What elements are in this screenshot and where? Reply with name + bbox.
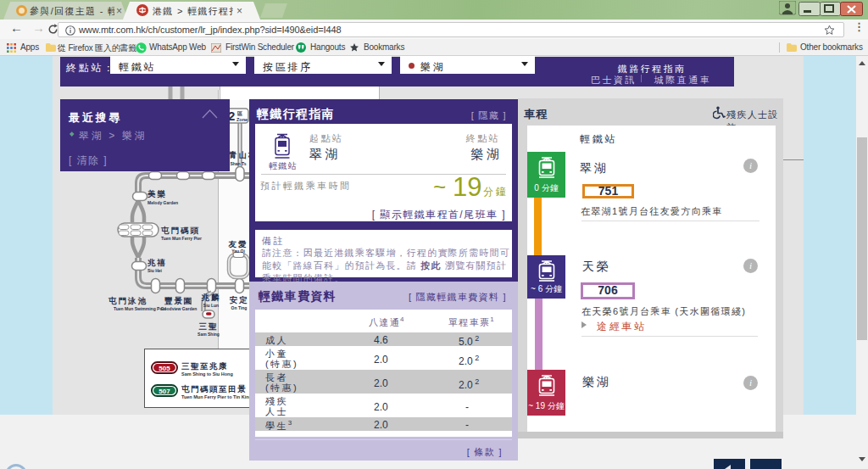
svg-text:屯門碼頭: 屯門碼頭 <box>160 226 200 235</box>
svg-text:Sam Shing: Sam Shing <box>198 332 220 337</box>
svg-text:Melody Garden: Melody Garden <box>147 200 178 205</box>
svg-text:Siu Hei: Siu Hei <box>147 268 163 273</box>
svg-text:Sam Shing to Siu Hong: Sam Shing to Siu Hong <box>181 371 233 377</box>
svg-text:Tuen Mun Swimming Pool: Tuen Mun Swimming Pool <box>114 306 166 311</box>
svg-text:Yau Oi: Yau Oi <box>231 248 245 254</box>
svg-text:On Ting: On Ting <box>231 305 248 310</box>
svg-text:美樂: 美樂 <box>147 189 167 198</box>
svg-text:Tuen Mun Ferry Pier: Tuen Mun Ferry Pier <box>161 236 202 241</box>
svg-text:三聖至兆康: 三聖至兆康 <box>181 361 228 371</box>
svg-text:Zone: Zone <box>236 117 248 122</box>
svg-text:屯門碼頭至田景: 屯門碼頭至田景 <box>181 384 247 394</box>
svg-text:兆麟: 兆麟 <box>201 293 221 302</box>
svg-text:友愛: 友愛 <box>228 239 248 248</box>
svg-text:505: 505 <box>159 365 170 372</box>
svg-text:三聖: 三聖 <box>199 321 219 331</box>
svg-text:507: 507 <box>159 388 170 395</box>
svg-text:豐景園: 豐景園 <box>164 296 194 305</box>
svg-text:Goodview Garden: Goodview Garden <box>161 306 198 311</box>
svg-text:屯門泳池: 屯門泳池 <box>108 296 147 305</box>
svg-text:區: 區 <box>237 110 243 116</box>
svg-text:Tuen Mun Ferry Pier to Tin Kin: Tuen Mun Ferry Pier to Tin King <box>181 394 252 399</box>
svg-text:Siu Lun: Siu Lun <box>203 303 219 308</box>
svg-text:兆禧: 兆禧 <box>147 258 167 267</box>
svg-text:安定: 安定 <box>230 295 249 304</box>
